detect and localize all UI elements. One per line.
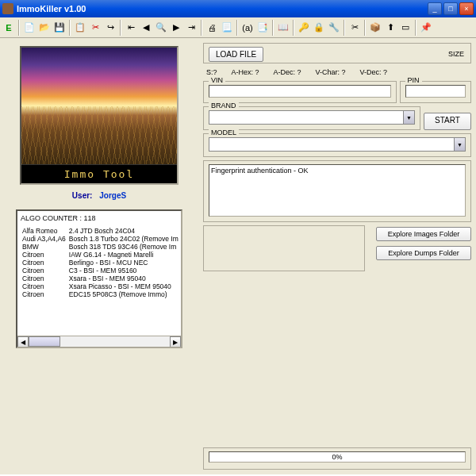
- pin-group: PIN: [400, 81, 472, 103]
- pin-input[interactable]: [405, 85, 466, 98]
- size-label: SIZE: [448, 50, 464, 58]
- scroll-thumb[interactable]: [29, 336, 60, 347]
- horizontal-scrollbar[interactable]: ◀ ▶: [17, 336, 181, 347]
- copy-icon[interactable]: 📋: [73, 20, 87, 36]
- save-icon[interactable]: 💾: [52, 20, 67, 36]
- tool-icon[interactable]: 🔧: [327, 20, 341, 36]
- status-s: S:?: [206, 68, 217, 76]
- table-row[interactable]: CitroenEDC15 5P08C3 (Remove Immo): [21, 290, 180, 298]
- scroll-left-icon[interactable]: ◀: [17, 336, 29, 347]
- brand-group: BRAND ▼: [203, 106, 420, 130]
- algo-counter: ALGO COUNTER : 118: [21, 214, 178, 222]
- right-panel: LOAD FILE SIZE S:? A-Hex: ? A-Dec: ? V-C…: [198, 38, 476, 474]
- window-buttons: _ □ ×: [428, 2, 474, 15]
- up-icon[interactable]: ⬆: [383, 20, 397, 36]
- main-area: Immo Tool User: JorgeS ALGO COUNTER : 11…: [0, 38, 476, 474]
- status-adec: A-Dec: ?: [274, 68, 301, 76]
- vehicle-table: Alfa Romeo2.4 JTD Bosch 24C04Audi A3,A4,…: [21, 227, 180, 298]
- status-textarea[interactable]: Fingerprint authentication - OK: [209, 164, 466, 217]
- window-title: ImmoKiller v1.00: [17, 4, 428, 13]
- vin-group: VIN: [203, 81, 397, 103]
- user-label: User:: [72, 191, 93, 200]
- minimize-button[interactable]: _: [428, 2, 442, 15]
- a2-icon[interactable]: 📑: [255, 20, 270, 36]
- explore-images-button[interactable]: Explore Images Folder: [376, 227, 471, 241]
- scroll-track[interactable]: [29, 336, 170, 347]
- logo-text: Immo Tool: [21, 164, 177, 183]
- pin-label: PIN: [405, 76, 422, 84]
- scissors-icon[interactable]: ✂: [347, 20, 362, 36]
- lock-icon[interactable]: 🔒: [312, 20, 326, 36]
- model-select[interactable]: ▼: [209, 137, 466, 152]
- status-line: S:? A-Hex: ? A-Dec: ? V-Char: ? V-Dec: ?: [203, 67, 471, 78]
- find-icon[interactable]: 🔍: [154, 20, 168, 36]
- toolbar: E 📄 📂 💾 📋 ✂ ↪ ⇤ ◀ 🔍 ▶ ⇥ 🖨 📃 (a) 📑 📖 🔑 🔒 …: [0, 17, 476, 38]
- table-row[interactable]: CitroenC3 - BSI - MEM 95160: [21, 267, 180, 274]
- scroll-right-icon[interactable]: ▶: [170, 336, 181, 347]
- table-row[interactable]: BMWBosch 318 TDS 93C46 (Remove Im: [21, 243, 180, 251]
- status-message: Fingerprint authentication - OK: [211, 167, 309, 175]
- logo-image: Immo Tool: [20, 46, 178, 185]
- preview-icon[interactable]: 📃: [220, 20, 234, 36]
- brand-label: BRAND: [209, 102, 239, 109]
- open-icon[interactable]: 📂: [37, 20, 52, 36]
- table-row[interactable]: Audi A3,A4,A6Bosch 1.8 Turbo 24C02 (Remo…: [21, 235, 180, 243]
- model-label: MODEL: [209, 129, 239, 136]
- chevron-down-icon[interactable]: ▼: [454, 138, 465, 151]
- prev-icon[interactable]: ◀: [139, 20, 153, 36]
- left-panel: Immo Tool User: JorgeS ALGO COUNTER : 11…: [0, 38, 198, 474]
- status-vdec: V-Dec: ?: [360, 68, 388, 76]
- next-icon[interactable]: ▶: [169, 20, 183, 36]
- sel-icon[interactable]: ▭: [398, 20, 413, 36]
- status-ahex: A-Hex: ?: [232, 68, 259, 76]
- vin-input[interactable]: [209, 85, 391, 98]
- chevron-down-icon[interactable]: ▼: [403, 111, 414, 124]
- sunset-graphic: [21, 48, 177, 164]
- key-icon[interactable]: 🔑: [297, 20, 311, 36]
- spacer-box: [203, 225, 365, 271]
- cut-icon[interactable]: ↪: [103, 20, 117, 36]
- close-button[interactable]: ×: [459, 2, 474, 15]
- vehicle-list-box: ALGO COUNTER : 118 Alfa Romeo2.4 JTD Bos…: [16, 209, 182, 348]
- a1-icon[interactable]: (a): [240, 20, 255, 36]
- status-box: Fingerprint authentication - OK: [203, 160, 471, 222]
- box-icon[interactable]: 📦: [368, 20, 382, 36]
- titlebar: ImmoKiller v1.00 _ □ ×: [0, 0, 476, 17]
- new-icon[interactable]: 📄: [22, 20, 36, 36]
- explore-dumps-button[interactable]: Explore Dumps Folder: [376, 246, 471, 260]
- progress-bar: 0%: [209, 451, 466, 463]
- app-icon: [2, 3, 13, 14]
- progress-group: 0%: [203, 447, 471, 470]
- pin-icon[interactable]: 📌: [419, 20, 433, 36]
- maximize-button[interactable]: □: [443, 2, 458, 15]
- table-row[interactable]: CitroenXsara Picasso - BSI - MEM 95040: [21, 282, 180, 290]
- first-icon[interactable]: ⇤: [124, 20, 138, 36]
- paste-icon[interactable]: ✂: [88, 20, 102, 36]
- print-icon[interactable]: 🖨: [205, 20, 219, 36]
- status-vchar: V-Char: ?: [316, 68, 346, 76]
- toolbar-ext-icon[interactable]: E: [2, 20, 16, 36]
- brand-select[interactable]: ▼: [209, 110, 415, 125]
- table-row[interactable]: CitroenBerlingo - BSI - MCU NEC: [21, 259, 180, 267]
- load-file-button[interactable]: LOAD FILE: [209, 47, 263, 62]
- vin-label: VIN: [209, 76, 225, 84]
- load-file-group: LOAD FILE SIZE: [203, 43, 471, 63]
- model-group: MODEL ▼: [203, 133, 471, 157]
- start-button[interactable]: START: [424, 113, 471, 130]
- table-row[interactable]: Alfa Romeo2.4 JTD Bosch 24C04: [21, 227, 180, 235]
- table-row[interactable]: CitroenXsara - BSI - MEM 95040: [21, 274, 180, 282]
- table-row[interactable]: CitroenIAW G6.14 - Magneti Marelli: [21, 251, 180, 259]
- user-name: JorgeS: [99, 191, 126, 200]
- progress-text: 0%: [209, 452, 465, 462]
- book-icon[interactable]: 📖: [276, 20, 290, 36]
- last-icon[interactable]: ⇥: [184, 20, 198, 36]
- user-line: User: JorgeS: [72, 191, 126, 200]
